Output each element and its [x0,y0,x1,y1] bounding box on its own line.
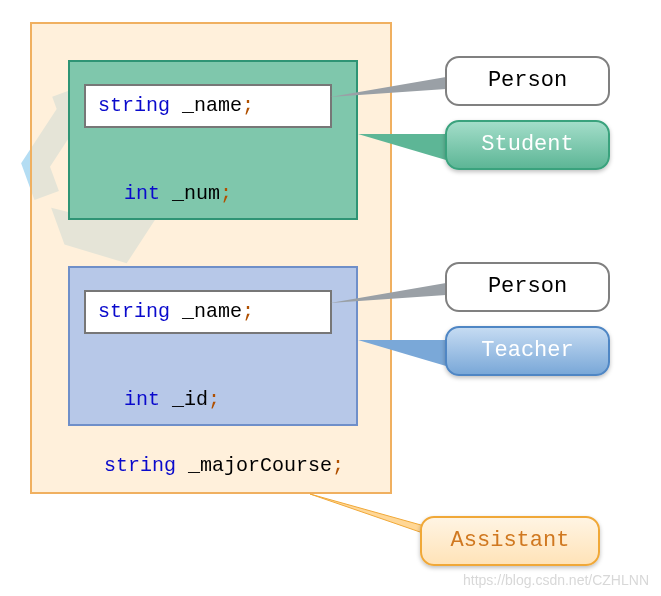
label-person-bottom-text: Person [488,274,567,299]
label-teacher: Teacher [445,326,610,376]
semicolon: ; [220,182,232,205]
semicolon: ; [242,94,254,117]
keyword-int: int [124,182,160,205]
assistant-object-box: string _name; int _num; string _name; in… [30,22,392,494]
footer-watermark: https://blog.csdn.net/CZHLNN [463,572,649,588]
label-assistant: Assistant [420,516,600,566]
identifier-id: _id [160,388,208,411]
student-num-member: int _num; [124,182,232,205]
label-person-top-text: Person [488,68,567,93]
student-person-name-box: string _name; [84,84,332,128]
teacher-person-name-box: string _name; [84,290,332,334]
semicolon: ; [242,300,254,323]
label-student-text: Student [481,132,573,157]
assistant-majorcourse-member: string _majorCourse; [104,454,344,477]
identifier-majorcourse: _majorCourse [176,454,332,477]
label-person-top: Person [445,56,610,106]
identifier-name: _name [170,300,242,323]
semicolon: ; [332,454,344,477]
keyword-string: string [104,454,176,477]
keyword-string: string [98,94,170,117]
semicolon: ; [208,388,220,411]
student-subobject-box: string _name; int _num; [68,60,358,220]
label-student: Student [445,120,610,170]
keyword-int: int [124,388,160,411]
label-assistant-text: Assistant [451,528,570,553]
identifier-name: _name [170,94,242,117]
teacher-subobject-box: string _name; int _id; [68,266,358,426]
identifier-num: _num [160,182,220,205]
teacher-id-member: int _id; [124,388,220,411]
label-teacher-text: Teacher [481,338,573,363]
label-person-bottom: Person [445,262,610,312]
keyword-string: string [98,300,170,323]
